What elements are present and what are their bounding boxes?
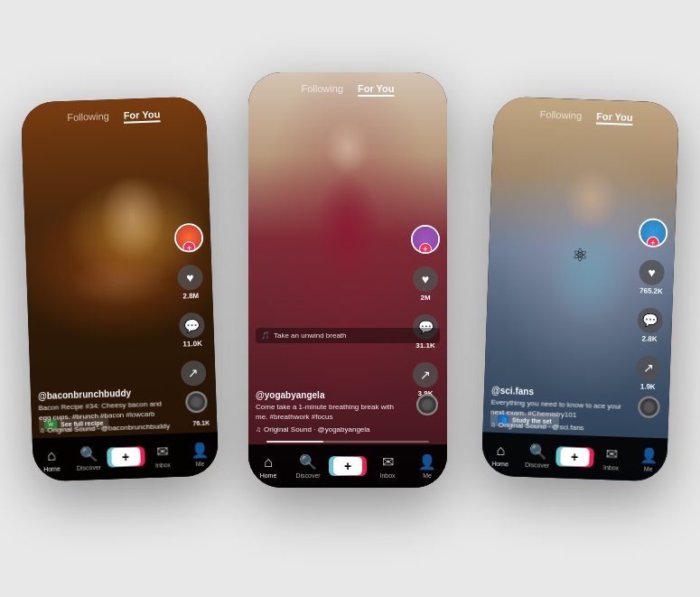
share-icon-left[interactable]: ↗: [181, 360, 207, 387]
nav-discover-center[interactable]: 🔍 Discover: [288, 453, 328, 479]
home-icon-center: ⌂: [264, 454, 273, 471]
music-icon-left: ♫: [39, 426, 44, 434]
me-label-center: Me: [423, 472, 432, 479]
discover-icon-left: 🔍: [79, 445, 98, 463]
inbox-icon-right: ✉: [605, 445, 618, 462]
like-item-center[interactable]: ♥ 2M: [413, 266, 438, 302]
phone-left: Following For You + ♥ 2.8M 💬 11.0K: [21, 97, 219, 482]
nav-me-center[interactable]: 👤 Me: [407, 453, 447, 479]
nav-add-right[interactable]: +: [555, 446, 593, 467]
bottom-nav-left: ⌂ Home 🔍 Discover + ✉ Inbox 👤: [33, 432, 219, 481]
progress-fill-center: [266, 441, 323, 443]
phone-right: ⚛ Following For You + ♥ 765.2K: [481, 97, 680, 482]
share-icon-center[interactable]: ↗: [413, 362, 438, 387]
avatar-right[interactable]: +: [639, 218, 668, 247]
nav-home-center[interactable]: ⌂ Home: [248, 454, 288, 479]
inbox-icon-left: ✉: [156, 443, 169, 460]
comment-icon-left[interactable]: 💬: [179, 312, 205, 339]
avatar-center[interactable]: +: [411, 225, 440, 254]
username-center: @yogabyangela: [256, 390, 404, 400]
me-label-left: Me: [195, 461, 204, 467]
phone-right-screen: ⚛ Following For You + ♥ 765.2K: [481, 97, 680, 482]
bottom-info-center: @yogabyangela Come take a 1-minute breat…: [256, 390, 404, 434]
like-icon-right[interactable]: ♥: [639, 259, 665, 285]
inbox-label-left: Inbox: [155, 462, 171, 469]
comment-item-right[interactable]: 💬 2.8K: [637, 307, 663, 343]
comment-count-left: 11.0K: [182, 340, 202, 349]
add-btn-inner-center: +: [333, 457, 362, 475]
nav-me-left[interactable]: 👤 Me: [181, 441, 219, 467]
nav-inbox-right[interactable]: ✉ Inbox: [593, 445, 630, 471]
inbox-label-center: Inbox: [379, 472, 395, 479]
avatar-item-left[interactable]: +: [174, 223, 204, 253]
add-button-left[interactable]: +: [109, 446, 143, 467]
nav-me-right[interactable]: 👤 Me: [630, 446, 667, 472]
music-icon-center: ♫: [256, 425, 261, 434]
me-icon-left: 👤: [190, 442, 209, 460]
nav-foryou-right[interactable]: For You: [596, 111, 633, 123]
side-actions-right: + ♥ 765.2K 💬 2.8K ↗ 1.9K: [633, 218, 668, 391]
nav-discover-left[interactable]: 🔍 Discover: [70, 445, 107, 471]
nav-inbox-center[interactable]: ✉ Inbox: [368, 453, 407, 479]
share-item-center[interactable]: ↗ 3.9K: [413, 362, 438, 397]
home-label-right: Home: [491, 460, 509, 467]
description-center: Come take a 1-minute breathing break wit…: [256, 403, 404, 422]
phone-left-screen: Following For You + ♥ 2.8M 💬 11.0K: [21, 97, 219, 482]
home-icon-right: ⌂: [496, 442, 505, 458]
avatar-left[interactable]: +: [174, 223, 204, 253]
discover-label-center: Discover: [295, 472, 320, 479]
inbox-icon-center: ✉: [382, 453, 394, 471]
nav-following-center[interactable]: Following: [301, 83, 342, 94]
comment-count-right: 2.8K: [642, 334, 658, 343]
side-actions-left: + ♥ 2.8M 💬 11.0K ↗: [174, 223, 209, 387]
avatar-plus-center: +: [419, 243, 432, 254]
caption-text-center: Take an unwind breath: [274, 331, 347, 340]
nav-add-left[interactable]: +: [107, 446, 145, 467]
me-icon-right: 👤: [639, 446, 658, 464]
nav-home-right[interactable]: ⌂ Home: [481, 442, 519, 467]
nav-discover-right[interactable]: 🔍 Discover: [518, 443, 556, 469]
bottom-nav-right: ⌂ Home 🔍 Discover + ✉ Inbox 👤: [481, 432, 668, 481]
bottom-info-left: @baconbrunchbuddy Bacon Recipe #34: Chee…: [38, 387, 174, 434]
caption-icon-center: 🎵: [261, 331, 270, 340]
share-item-right[interactable]: ↗ 1.9K: [635, 355, 661, 391]
like-item-right[interactable]: ♥ 765.2K: [639, 259, 665, 295]
like-item-left[interactable]: ♥ 2.8M: [177, 265, 203, 301]
description-right: Everything you need to know to ace your …: [490, 398, 626, 422]
add-button-center[interactable]: +: [331, 456, 364, 476]
followers-badge-left: 76.1K: [192, 420, 210, 427]
phone-center: Following For You + ♥ 2M 💬 31.1K: [248, 72, 447, 488]
nav-foryou-center[interactable]: For You: [358, 83, 395, 94]
avatar-plus-right: +: [647, 237, 659, 248]
music-icon-right: ♫: [490, 421, 496, 429]
avatar-item-center[interactable]: +: [411, 225, 440, 254]
share-icon-right[interactable]: ↗: [636, 355, 662, 381]
description-left: Bacon Recipe #34: Cheesy bacon and egg c…: [38, 399, 173, 423]
comment-item-left[interactable]: 💬 11.0K: [179, 312, 205, 349]
person-yoga: [278, 93, 417, 363]
add-btn-inner-left: +: [111, 447, 141, 466]
add-button-right[interactable]: +: [558, 446, 592, 467]
bottom-nav-center: ⌂ Home 🔍 Discover + ✉ Inbox 👤: [248, 444, 447, 488]
like-count-left: 2.8M: [182, 292, 199, 301]
like-icon-left[interactable]: ♥: [177, 265, 203, 291]
nav-inbox-left[interactable]: ✉ Inbox: [144, 443, 182, 469]
like-count-right: 765.2K: [639, 286, 663, 295]
followers-count-left: 76.1K: [192, 420, 210, 427]
share-count-right: 1.9K: [640, 382, 656, 391]
side-actions-center: + ♥ 2M 💬 31.1K ↗ 3.9K: [411, 225, 440, 397]
home-label-left: Home: [43, 465, 61, 472]
comment-icon-right[interactable]: 💬: [637, 307, 663, 333]
avatar-item-right[interactable]: +: [639, 218, 668, 247]
discover-label-right: Discover: [525, 462, 549, 469]
nav-home-left[interactable]: ⌂ Home: [33, 447, 70, 472]
home-icon-left: ⌂: [47, 447, 56, 463]
like-icon-center[interactable]: ♥: [413, 266, 438, 292]
nav-following-right[interactable]: Following: [540, 108, 583, 121]
nav-foryou-left[interactable]: For You: [124, 108, 161, 120]
sound-text-center: Original Sound · @yogabyangela: [264, 425, 370, 434]
share-item-left[interactable]: ↗: [181, 360, 207, 387]
me-icon-center: 👤: [418, 453, 436, 471]
nav-add-center[interactable]: +: [328, 456, 368, 476]
nav-following-left[interactable]: Following: [67, 110, 109, 123]
